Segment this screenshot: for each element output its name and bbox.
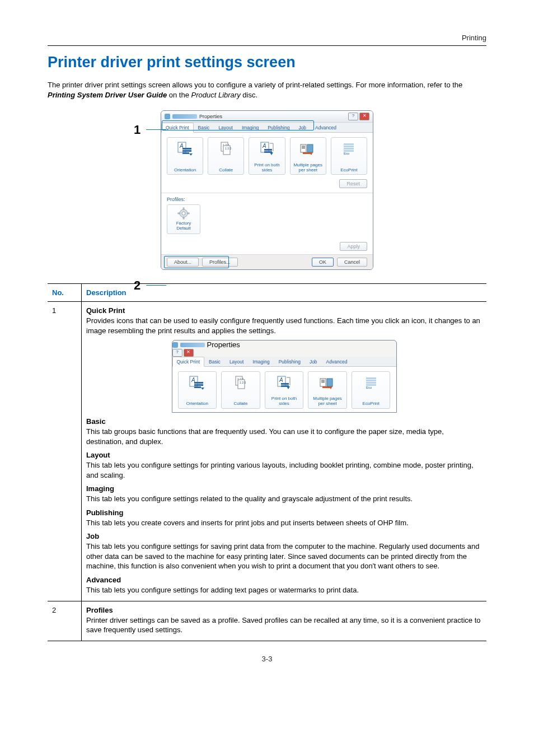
multipage-card[interactable]: Multiple pages per sheet [308,371,347,409]
inner-quick-print-icons: A Orientation 1 2 31 2 3 Collate A Print… [172,367,396,412]
profiles-label: Profiles: [167,197,367,202]
inner-dialog-title: Properties [207,340,240,349]
apply-button[interactable]: Apply [340,242,367,251]
svg-point-28 [182,212,185,215]
profiles-body: Printer driver settings can be saved as … [86,615,482,635]
page-header: Printing [48,34,486,46]
tab-job[interactable]: Job [294,123,311,132]
tab-quick-print[interactable]: Quick Print [172,357,205,367]
svg-rect-35 [194,382,203,384]
multipage-icon [319,375,336,390]
tab-job[interactable]: Job [305,357,322,366]
row1-desc: Quick Print Provides icons that can be u… [82,301,487,601]
ok-button[interactable]: OK [312,258,334,267]
quick-print-icons: A Orientation 1 2 31 2 3 Collate A Print… [161,133,373,178]
svg-rect-32 [188,213,189,214]
svg-rect-16 [302,146,305,147]
orientation-card[interactable]: A Orientation [178,371,217,409]
reset-button[interactable]: Reset [339,179,367,188]
intro-ref2: Product Library [191,91,241,99]
row2-no: 2 [48,601,82,641]
tab-quick-print[interactable]: Quick Print [161,123,194,133]
inner-dialog-figure: Properties ? ✕ Quick Print Basic Layout … [172,340,397,413]
multipage-card[interactable]: Multiple pages per sheet [290,137,326,175]
collate-label: Collate [233,402,247,407]
ecoprint-card[interactable]: Eco EcoPrint [352,371,391,409]
description-table: No. Description 1 Quick Print Provides i… [48,283,486,641]
collate-icon: 1 2 31 2 3 [232,375,249,390]
svg-rect-23 [344,146,354,147]
dialog-bottom-strip: About... Profiles... OK Cancel [161,254,373,269]
advanced-head: Advanced [86,576,482,584]
printer-icon [165,114,170,119]
svg-text:Eco: Eco [344,152,350,155]
tab-imaging[interactable]: Imaging [248,357,274,366]
advanced-body: This tab lets you configure settings for… [86,585,482,595]
tab-layout[interactable]: Layout [214,123,237,132]
tab-publishing[interactable]: Publishing [274,357,305,366]
page-title: Printer driver print settings screen [48,54,486,71]
callout-1: 1 [134,123,140,137]
orientation-label: Orientation [186,402,208,407]
ecoprint-card[interactable]: Eco EcoPrint [331,137,367,175]
svg-rect-22 [344,143,354,145]
duplex-label: Print on both sides [250,163,283,173]
tab-basic[interactable]: Basic [194,123,214,132]
intro-part2: on the [167,91,191,99]
printer-name-placeholder [172,114,197,119]
svg-rect-51 [321,382,325,383]
th-desc: Description [82,283,487,301]
layout-head: Layout [86,451,482,459]
help-icon[interactable]: ? [348,113,358,120]
collate-card[interactable]: 1 2 31 2 3 Collate [208,137,244,175]
tab-publishing[interactable]: Publishing [263,123,294,132]
help-icon[interactable]: ? [172,349,182,357]
multipage-label: Multiple pages per sheet [310,396,345,407]
profiles-head: Profiles [86,606,482,614]
tab-advanced[interactable]: Advanced [322,357,352,366]
about-button[interactable]: About... [167,258,199,267]
svg-rect-3 [182,150,191,152]
duplex-card[interactable]: A Print on both sides [265,371,304,409]
svg-text:1 2 3: 1 2 3 [240,381,246,384]
svg-rect-4 [182,152,189,154]
svg-rect-52 [327,379,332,386]
tab-advanced[interactable]: Advanced [311,123,341,132]
tab-basic[interactable]: Basic [204,357,225,366]
gear-icon [177,207,190,220]
svg-rect-20 [303,152,311,154]
close-icon[interactable]: ✕ [184,349,194,357]
svg-rect-18 [302,148,305,149]
svg-rect-12 [264,149,272,151]
properties-dialog: Properties ? ✕ Quick Print Basic Layout … [161,110,373,270]
reset-row: Reset [161,178,373,193]
intro-part1: The printer driver print settings screen… [48,81,462,89]
cancel-button[interactable]: Cancel [337,258,367,267]
tab-imaging[interactable]: Imaging [237,123,263,132]
dialog-figure: 1 2 Properties ? ✕ Quick Print Bas [161,110,373,270]
close-icon[interactable]: ✕ [359,113,369,120]
multipage-icon [299,141,316,156]
callout-2-line [146,285,166,286]
tab-layout[interactable]: Layout [225,357,249,366]
svg-rect-2 [182,148,191,150]
svg-text:Eco: Eco [366,386,372,389]
orientation-label: Orientation [174,168,196,173]
quick-print-body: Provides icons that can be used to easil… [86,316,482,335]
ecoprint-label: EcoPrint [340,168,357,173]
job-head: Job [86,532,482,540]
inner-titlebar: Properties ? ✕ [172,340,396,357]
tabs-row: Quick Print Basic Layout Imaging Publish… [161,123,373,133]
basic-head: Basic [86,417,482,426]
profiles-panel: Profiles: Factory Default [161,193,373,240]
factory-default-label: Factory Default [170,221,198,231]
duplex-icon: A [275,375,292,390]
collate-label: Collate [219,168,233,173]
collate-card[interactable]: 1 2 31 2 3 Collate [221,371,260,409]
orientation-card[interactable]: A Orientation [167,137,203,175]
factory-default-profile[interactable]: Factory Default [167,204,200,234]
profiles-button[interactable]: Profiles... [202,258,238,267]
duplex-card[interactable]: A Print on both sides [249,137,285,175]
svg-rect-56 [366,380,376,381]
printer-icon [172,342,178,348]
